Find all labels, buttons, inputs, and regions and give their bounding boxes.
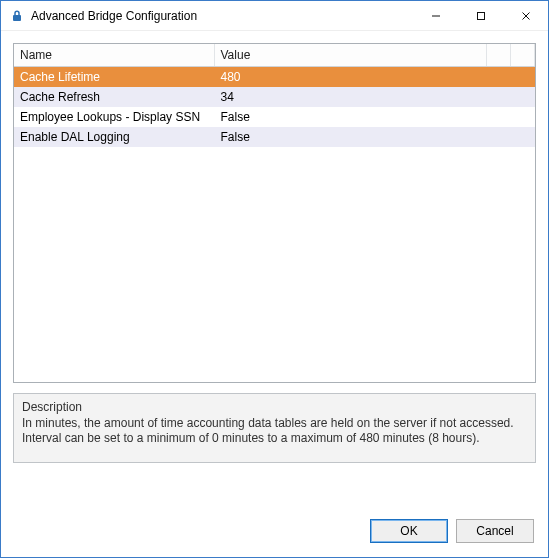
window-controls [413,1,548,30]
lock-icon [9,8,25,24]
description-label: Description [22,400,527,414]
dialog-window: Advanced Bridge Configuration Name Value [0,0,549,558]
maximize-button[interactable] [458,1,503,30]
settings-grid[interactable]: Name Value Cache Lifetime480Cache Refres… [13,43,536,383]
description-text: In minutes, the amount of time accountin… [22,416,527,446]
column-header-value[interactable]: Value [214,44,487,67]
cell-value[interactable]: 480 [214,67,535,88]
ok-button[interactable]: OK [370,519,448,543]
titlebar: Advanced Bridge Configuration [1,1,548,31]
close-button[interactable] [503,1,548,30]
cell-name: Enable DAL Logging [14,127,214,147]
cell-value[interactable]: False [214,127,535,147]
column-header-spacer [487,44,511,67]
cell-name: Cache Refresh [14,87,214,107]
cell-name: Cache Lifetime [14,67,214,88]
minimize-button[interactable] [413,1,458,30]
table-row[interactable]: Cache Refresh34 [14,87,535,107]
column-header-spacer [511,44,535,67]
cell-value[interactable]: False [214,107,535,127]
dialog-buttons: OK Cancel [13,513,536,545]
cancel-button[interactable]: Cancel [456,519,534,543]
client-area: Name Value Cache Lifetime480Cache Refres… [1,31,548,557]
svg-rect-0 [13,15,21,21]
cell-name: Employee Lookups - Display SSN [14,107,214,127]
description-panel: Description In minutes, the amount of ti… [13,393,536,463]
svg-rect-2 [477,12,484,19]
table-row[interactable]: Employee Lookups - Display SSNFalse [14,107,535,127]
column-header-name[interactable]: Name [14,44,214,67]
window-title: Advanced Bridge Configuration [31,9,197,23]
table-row[interactable]: Cache Lifetime480 [14,67,535,88]
table-row[interactable]: Enable DAL LoggingFalse [14,127,535,147]
cell-value[interactable]: 34 [214,87,535,107]
